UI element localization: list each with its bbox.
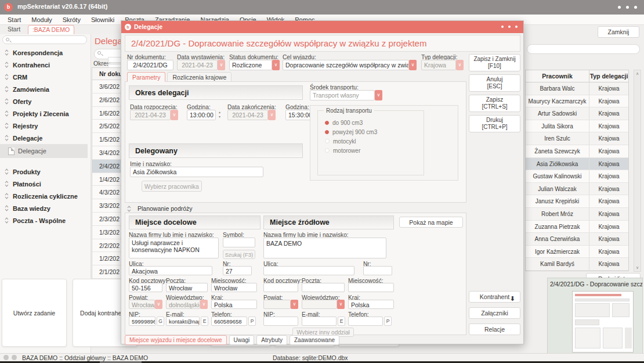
- zrod-miejscowosc-input[interactable]: [348, 283, 394, 292]
- doc-nip-g-button[interactable]: G: [157, 317, 164, 326]
- sidebar-search-input[interactable]: [2, 35, 87, 44]
- scroll-up-icon[interactable]: ∧: [634, 71, 641, 76]
- doc-symbol-input[interactable]: [223, 238, 255, 247]
- zalaczniki-button[interactable]: Załączniki: [469, 307, 520, 319]
- zrod-kod-input[interactable]: [263, 283, 298, 292]
- sidebar-item-poczta-wspólne[interactable]: Poczta - Wspólne: [0, 214, 91, 227]
- doc-powiat-select[interactable]: Wrocław: [129, 300, 155, 309]
- sidebar-item-projekty-i-zlecenia[interactable]: Projekty i Zlecenia: [0, 107, 91, 120]
- sidebar-item-oferty[interactable]: Oferty: [0, 95, 91, 107]
- data-zakonczenia-dropdown-icon[interactable]: ∨: [268, 110, 276, 120]
- data-wystawienia-dropdown-icon[interactable]: ∨: [218, 60, 225, 70]
- bottom-tab-3[interactable]: Atrybuty: [256, 335, 287, 345]
- radio-option-motocykl[interactable]: motocykl: [325, 136, 377, 146]
- doc-nr-input[interactable]: 27: [223, 266, 252, 275]
- zrod-ulica-input[interactable]: [263, 266, 354, 275]
- kontrahent-button[interactable]: Kontrahent ⬇: [469, 291, 520, 303]
- typ-delegacji-select[interactable]: Krajowa: [421, 60, 456, 70]
- doc-telefon-p-button[interactable]: P: [248, 317, 256, 326]
- window-control-icon[interactable]: [618, 6, 621, 9]
- employee-row[interactable]: Zuzanna PietrzakKrajowa: [526, 221, 628, 233]
- radio-option-do-900-cm3[interactable]: do 900 cm3: [325, 118, 377, 127]
- zrod-email-input[interactable]: [302, 317, 337, 326]
- tab-baza-demo[interactable]: :BAZA DEMO: [28, 25, 74, 34]
- employee-row[interactable]: Kamil BardyśKrajowa: [526, 258, 628, 271]
- radio-option-motorower[interactable]: motorower: [325, 146, 377, 155]
- zrod-telefon-p-button[interactable]: P: [384, 317, 392, 326]
- typ-dropdown-icon[interactable]: ∨: [456, 60, 464, 70]
- employee-row[interactable]: Asia ZiółkowskaKrajowa: [526, 158, 628, 171]
- employee-row[interactable]: Iren SzulcKrajowa: [526, 132, 628, 145]
- employee-row[interactable]: Artur SadowskiKrajowa: [526, 107, 628, 120]
- zrod-nip-input[interactable]: [263, 317, 298, 326]
- menu-item-słowniki[interactable]: Słowniki: [86, 16, 120, 23]
- zrod-powiat-select[interactable]: [263, 300, 291, 309]
- szukaj-button[interactable]: Szukaj (F3): [223, 250, 255, 259]
- sidebar-item-delegacje[interactable]: Delegacje: [0, 132, 91, 144]
- transport-dropdown-icon[interactable]: ∨: [375, 90, 382, 100]
- window-controls[interactable]: [618, 6, 637, 9]
- wybierz-pracownika-button[interactable]: Wybierz pracownika: [142, 181, 202, 192]
- doc-kod-input[interactable]: 50-156: [129, 283, 162, 292]
- zrod-wojewodztwo-dropdown-icon[interactable]: ∨: [337, 300, 345, 309]
- status-dropdown-icon[interactable]: ∨: [272, 60, 280, 70]
- employee-row[interactable]: Julita SikoraKrajowa: [526, 120, 628, 133]
- sidebar-item-crm[interactable]: CRM: [0, 71, 91, 83]
- sidebar-item-płatności[interactable]: Płatności: [0, 178, 91, 190]
- dialog-control-icon[interactable]: [515, 26, 518, 28]
- employee-row[interactable]: Żaneta SzewczykKrajowa: [526, 145, 628, 158]
- sidebar-subitem-delegacje[interactable]: Delegacje: [0, 144, 88, 158]
- godzina-start-input[interactable]: 13:00:00: [187, 110, 216, 120]
- scroll-down-icon[interactable]: ∨: [634, 265, 641, 270]
- bottom-tab-1[interactable]: Miejsce wyjazdu i miejsce docelowe: [125, 335, 227, 345]
- bottom-tab-4[interactable]: Zaawansowane: [290, 335, 339, 345]
- sidebar-item-korespondencja[interactable]: Korespondencja: [0, 46, 91, 59]
- doc-powiat-dropdown-icon[interactable]: ∨: [155, 300, 162, 309]
- doc-miejscowosc-input[interactable]: Wrocław: [211, 283, 257, 292]
- col-typ-delegacji[interactable]: Typ delegacji: [589, 70, 628, 82]
- action-button-ctrlp[interactable]: Drukuj[CTRL+P]: [469, 115, 520, 132]
- employee-row[interactable]: Maurycy KaczmarczykKrajowa: [526, 95, 628, 108]
- planowanie-toggle[interactable]: Planowanie podróży: [127, 205, 193, 212]
- zrod-email-e-button[interactable]: E: [338, 317, 345, 326]
- zrod-wojewodztwo-select[interactable]: [302, 300, 337, 309]
- employee-row[interactable]: Igor KaźmierczakKrajowa: [526, 246, 628, 258]
- action-button-ctrls[interactable]: Zapisz[CTRL+S]: [469, 95, 520, 112]
- zrod-poczta-input[interactable]: [302, 283, 345, 292]
- tab-start[interactable]: Start: [2, 25, 26, 34]
- doc-nip-input[interactable]: 5999989697: [129, 317, 155, 326]
- dialog-control-icon[interactable]: [501, 26, 504, 28]
- employee-search-input[interactable]: [527, 44, 640, 54]
- doc-email-e-button[interactable]: E: [201, 317, 208, 326]
- doc-poczta-input[interactable]: Wrocław: [166, 283, 208, 292]
- bottom-tab-2[interactable]: Uwagi: [229, 335, 255, 345]
- sidebar-item-kontrahenci[interactable]: Kontrahenci: [0, 59, 91, 71]
- nr-dokumentu-input[interactable]: 2/4/2021/DG: [127, 60, 173, 70]
- doc-wojewodztwo-select[interactable]: dolnośląskie: [166, 300, 200, 309]
- cel-wyjazdu-select[interactable]: Dopracowanie szczegółów współpracy w zwi…: [283, 60, 409, 70]
- employee-row[interactable]: Julian WalczakKrajowa: [526, 183, 628, 196]
- preview-thumbnail[interactable]: [572, 291, 634, 353]
- data-rozpoczecia-input[interactable]: 2021-04-23: [130, 110, 171, 120]
- col-pracownik[interactable]: Pracownik: [526, 70, 589, 82]
- sidebar-item-zamówienia[interactable]: Zamówienia: [0, 83, 91, 95]
- zrod-nr-input[interactable]: [363, 266, 392, 275]
- employee-row[interactable]: Janusz KrępińskiKrajowa: [526, 195, 628, 208]
- card-create-task[interactable]: Utwórz zadanie: [2, 279, 67, 347]
- relacje-button[interactable]: Relacje: [469, 324, 520, 335]
- zrod-powiat-dropdown-icon[interactable]: ∨: [291, 300, 298, 309]
- srodek-transportu-select[interactable]: Transport własny: [310, 90, 375, 100]
- doc-wojewodztwo-dropdown-icon[interactable]: ∨: [200, 300, 208, 309]
- doc-kraj-input[interactable]: Polska: [211, 300, 257, 309]
- dialog-titlebar[interactable]: b Delegacje: [121, 21, 523, 33]
- tab-parametry[interactable]: Parametry: [127, 72, 165, 82]
- menu-item-skróty[interactable]: Skróty: [57, 16, 86, 23]
- sidebar-item-rejestry[interactable]: Rejestry: [0, 120, 91, 132]
- status-dokumentu-select[interactable]: Rozliczone: [229, 60, 272, 70]
- employee-row[interactable]: Gustaw KalinowskiKrajowa: [526, 170, 628, 183]
- zrod-telefon-input[interactable]: [348, 317, 383, 326]
- sidebar-item-produkty[interactable]: Produkty: [0, 166, 91, 178]
- doc-ulica-input[interactable]: Akacjowa: [129, 266, 212, 275]
- close-view-button[interactable]: Zamknij: [598, 26, 639, 38]
- dialog-control-icon[interactable]: [508, 26, 511, 28]
